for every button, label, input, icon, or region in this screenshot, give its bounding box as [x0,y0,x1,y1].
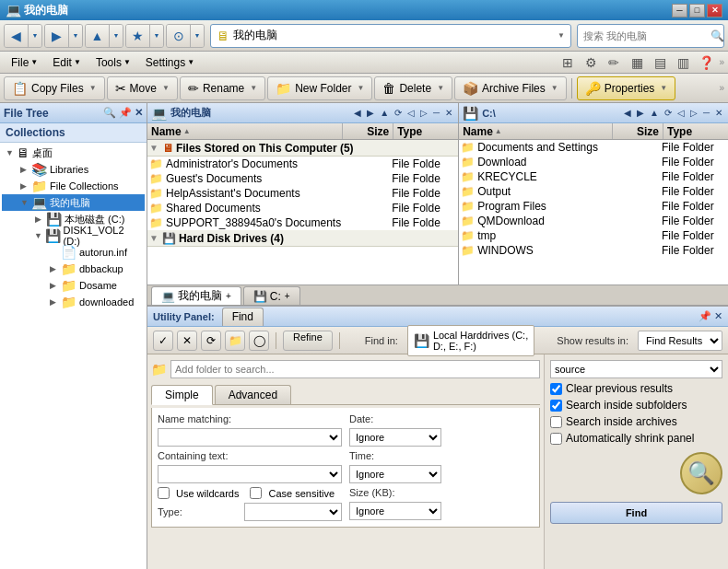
right-col-name[interactable]: Name ▲ [459,123,613,139]
rfile-item-qmdownload[interactable]: 📁 QMDownload File Folder [459,214,728,228]
lp-refresh[interactable]: ⟳ [393,108,404,118]
tree-bookmark-icon[interactable]: 📌 [119,107,132,119]
rfile-item-krecycle[interactable]: 📁 KRECYCLE File Folder [459,169,728,184]
back-dropdown[interactable]: ▼ [29,25,41,47]
date-select[interactable]: Ignore [349,428,441,447]
new-folder-arrow[interactable]: ▼ [358,84,365,92]
rename-arrow[interactable]: ▼ [250,84,257,92]
menu-file[interactable]: File ▼ [4,52,45,73]
delete-arrow[interactable]: ▼ [437,84,444,92]
rp-refresh[interactable]: ⟳ [663,108,674,118]
rp-minimize[interactable]: ─ [701,108,711,118]
rp-nav-fwd[interactable]: ▶ [635,108,646,118]
menu-tools[interactable]: Tools ▼ [88,52,138,73]
lp-nav-back[interactable]: ◀ [352,108,363,118]
left-col-size[interactable]: Size [343,123,393,139]
tree-item-dosame[interactable]: ▶ 📁 Dosame [2,277,145,294]
copy-files-arrow[interactable]: ▼ [89,84,97,92]
properties-button[interactable]: 🔑 Properties ▼ [577,76,676,100]
bookmark-button[interactable]: ★ [126,25,150,47]
tree-item-dbbackup[interactable]: ▶ 📁 dbbackup [2,261,145,277]
help-icon[interactable]: ❓ [696,52,716,73]
tree-expand-c[interactable]: ▶ [35,215,46,224]
tab-c-add[interactable]: + [285,291,290,301]
tree-item-mypc[interactable]: ▼ 💻 我的电脑 [2,194,145,211]
properties-arrow[interactable]: ▼ [660,84,667,92]
rp-close[interactable]: ✕ [713,108,724,118]
menu-settings[interactable]: Settings ▼ [138,52,202,73]
util-folder-btn[interactable]: 📁 [225,331,245,351]
archive-arrow[interactable]: ▼ [551,84,558,92]
new-folder-button[interactable]: 📁 New Folder ▼ [267,76,372,100]
rfile-item-programfiles[interactable]: 📁 Program Files File Folder [459,199,728,214]
utility-pin-icon[interactable]: 📌 [699,310,711,322]
delete-button[interactable]: 🗑 Delete ▼ [374,76,452,100]
back-button[interactable]: ◀ [5,25,29,47]
move-arrow[interactable]: ▼ [162,84,170,92]
rp-right-arrow[interactable]: ▷ [688,108,699,118]
find-location-box[interactable]: 💾 Local Harddrives (C:, D:, E:, F:) [407,325,534,356]
tree-expand-d[interactable]: ▼ [34,231,45,240]
containing-text-select[interactable] [158,465,342,483]
tree-expand-desktop[interactable]: ▼ [6,148,17,157]
tree-item-file-collections[interactable]: ▶ 📁 File Collections [2,178,145,194]
search-input[interactable] [583,30,710,41]
move-button[interactable]: ✂ Move ▼ [107,76,178,100]
up-button[interactable]: ▲ [86,25,110,47]
size-select[interactable]: Ignore [349,502,441,520]
address-dropdown-arrow[interactable]: ▼ [558,31,565,40]
name-matching-select[interactable] [158,428,342,447]
util-refresh-btn[interactable]: ⟳ [201,331,221,351]
right-col-type[interactable]: Type [663,123,728,139]
util-circle-btn[interactable]: ◯ [249,331,269,351]
tree-item-downloaded[interactable]: ▶ 📁 downloaded [2,294,145,310]
rp-nav-up[interactable]: ▲ [648,108,661,118]
util-check-btn[interactable]: ✓ [153,331,173,351]
minimize-button[interactable]: ─ [672,4,687,17]
file-item-guest[interactable]: 📁 Guest's Documents File Folde [147,171,458,186]
up-dropdown[interactable]: ▼ [110,25,123,47]
find-button[interactable]: Find [550,502,722,524]
layout-icon[interactable]: ▤ [650,52,670,73]
bookmark-dropdown[interactable]: ▼ [150,25,163,47]
search-archives-checkbox[interactable] [550,416,562,428]
tab-simple[interactable]: Simple [151,385,213,405]
tree-expand-dbbackup[interactable]: ▶ [50,264,61,273]
tree-item-desktop[interactable]: ▼ 🖥 桌面 [2,145,145,161]
menu-overflow[interactable]: » [719,57,724,67]
history-button[interactable]: ⊙ [167,25,191,47]
file-item-admin[interactable]: 📁 Administrator's Documents File Folde [147,157,458,171]
tree-search-icon[interactable]: 🔍 [103,107,116,119]
tab-c[interactable]: 💾 C: + [243,286,300,305]
add-folder-input[interactable] [170,360,540,378]
view-toggle-icon[interactable]: ⊞ [558,52,578,73]
left-col-type[interactable]: Type [393,123,458,139]
file-item-help[interactable]: 📁 HelpAssistant's Documents File Folde [147,186,458,201]
util-x-btn[interactable]: ✕ [177,331,197,351]
menu-edit[interactable]: Edit ▼ [45,52,88,73]
grid-icon[interactable]: ▥ [673,52,693,73]
settings-icon[interactable]: ⚙ [581,52,601,73]
lp-nav-fwd[interactable]: ▶ [365,108,376,118]
rfile-item-docsettings[interactable]: 📁 Documents and Settings File Folder [459,140,728,155]
tree-expand-fc[interactable]: ▶ [20,181,31,191]
tree-item-d[interactable]: ▼ 💾 DISK1_VOL2 (D:) [2,227,145,244]
rfile-item-windows[interactable]: 📁 WINDOWS File Folder [459,243,728,258]
search-button[interactable]: 🔍 [710,29,724,42]
use-wildcards-checkbox[interactable] [158,487,170,499]
lp-nav-up[interactable]: ▲ [378,108,391,118]
lp-minimize[interactable]: ─ [431,108,441,118]
time-select[interactable]: Ignore [349,465,441,483]
clear-previous-checkbox[interactable] [550,383,562,395]
panels-icon[interactable]: ▦ [627,52,647,73]
tab-mypc-add[interactable]: + [226,291,231,301]
file-item-support[interactable]: 📁 SUPPORT_388945a0's Documents File Fold… [147,215,458,230]
rp-nav-back[interactable]: ◀ [622,108,633,118]
edit-icon[interactable]: ✏ [604,52,624,73]
search-subfolders-checkbox[interactable] [550,400,562,412]
history-dropdown[interactable]: ▼ [191,25,204,47]
type-select[interactable] [244,503,342,521]
maximize-button[interactable]: □ [689,4,705,17]
tree-expand-libraries[interactable]: ▶ [20,165,31,174]
rfile-item-output[interactable]: 📁 Output File Folder [459,184,728,199]
